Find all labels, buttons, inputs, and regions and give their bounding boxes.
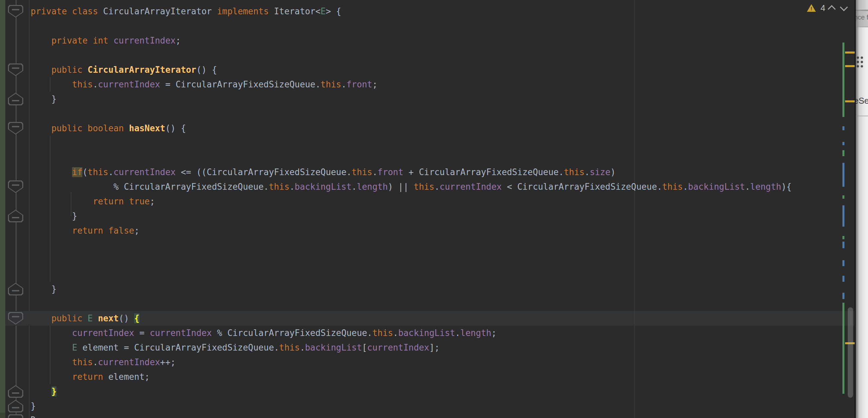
stripe-vcs-added-mark[interactable]	[842, 196, 844, 199]
code-token	[93, 314, 98, 323]
fold-marker-end[interactable]	[8, 283, 23, 295]
code-token: return	[72, 372, 103, 382]
code-line-12[interactable]: % CircularArrayFixedSizeQueue.this.backi…	[10, 179, 792, 194]
code-token: private	[52, 35, 88, 46]
stripe-warning-mark[interactable]	[845, 52, 855, 54]
stripe-warning-mark[interactable]	[845, 65, 855, 67]
code-token	[67, 6, 72, 16]
chevron-down-icon[interactable]	[840, 3, 848, 11]
code-token: implements	[217, 6, 269, 16]
code-line-2[interactable]: private int currentIndex;	[10, 33, 181, 48]
fold-marker-start[interactable]	[8, 414, 23, 418]
warning-triangle-icon[interactable]: !	[807, 4, 816, 12]
stripe-vcs-added-mark[interactable]	[842, 303, 844, 394]
code-token: length	[460, 328, 491, 338]
warning-count: 4	[820, 3, 825, 13]
code-token: size	[590, 167, 610, 177]
code-token: CircularArrayIterator	[98, 6, 217, 16]
code-line-11[interactable]: if(this.currentIndex <= ((CircularArrayF…	[10, 165, 616, 179]
code-token: CircularArrayIterator	[88, 65, 196, 75]
code-token: element = CircularArrayFixedSizeQueue.	[78, 342, 279, 353]
code-token: currentIndex	[72, 328, 134, 338]
code-line-15[interactable]: return false;	[10, 223, 140, 238]
fold-marker-start[interactable]	[8, 5, 23, 18]
stripe-vcs-modified-mark[interactable]	[842, 142, 844, 145]
code-token: public	[52, 314, 83, 323]
stripe-warning-mark[interactable]	[845, 100, 855, 102]
code-line-23[interactable]: E element = CircularArrayFixedSizeQueue.…	[10, 340, 440, 355]
code-token: currentIndex	[98, 80, 160, 89]
code-token: .	[584, 167, 590, 177]
code-token: () {	[165, 123, 186, 133]
code-line-8[interactable]: public boolean hasNext() {	[10, 121, 186, 136]
code-token: backingList	[294, 182, 351, 192]
stripe-vcs-added-mark[interactable]	[842, 42, 844, 117]
code-token: this	[352, 167, 372, 177]
fold-marker-end[interactable]	[8, 385, 23, 398]
code-token	[88, 35, 93, 46]
code-token: .	[434, 182, 440, 192]
code-line-22[interactable]: currentIndex = currentIndex % CircularAr…	[10, 326, 496, 340]
fold-marker-start[interactable]	[8, 180, 23, 193]
stripe-vcs-modified-mark[interactable]	[842, 205, 844, 227]
stripe-vcs-modified-mark[interactable]	[842, 242, 844, 248]
code-token	[10, 372, 72, 382]
code-token: currentIndex	[367, 342, 429, 353]
ide-window: private class CircularArrayIterator impl…	[0, 0, 868, 418]
inspections-widget[interactable]: ! 4	[807, 3, 846, 12]
code-token: this	[72, 80, 93, 89]
fold-marker-end[interactable]	[8, 210, 23, 222]
code-token	[82, 65, 88, 75]
code-line-21[interactable]: public E next() {	[10, 311, 140, 326]
code-line-0[interactable]: private class CircularArrayIterator impl…	[10, 4, 341, 19]
scrollbar-thumb[interactable]	[848, 307, 853, 398]
warning-exclamation: !	[807, 5, 816, 12]
code-token: private	[31, 6, 67, 16]
code-token: false	[108, 226, 134, 236]
fold-marker-end[interactable]	[8, 400, 23, 412]
code-line-13[interactable]: return true;	[10, 194, 155, 209]
code-token: next	[98, 314, 119, 323]
drag-handle-dot[interactable]	[861, 57, 863, 59]
chevron-up-icon[interactable]	[828, 5, 836, 13]
code-token: backingList	[305, 342, 362, 353]
fold-marker-start[interactable]	[8, 63, 23, 76]
drag-handle-dot[interactable]	[861, 61, 863, 63]
code-token: E	[88, 314, 93, 323]
code-token: if	[72, 167, 82, 177]
code-token: this	[279, 342, 300, 353]
code-token: element;	[103, 372, 150, 382]
code-token: ) ||	[388, 182, 414, 192]
code-token: ;	[176, 35, 181, 46]
code-token: .	[300, 342, 305, 353]
code-token: ;	[134, 226, 140, 236]
drag-handle-dot[interactable]	[861, 65, 863, 67]
vcs-stripe-end	[0, 413, 5, 418]
stripe-vcs-modified-mark[interactable]	[842, 163, 844, 187]
stripe-vcs-modified-mark[interactable]	[842, 260, 844, 266]
fold-marker-start[interactable]	[8, 312, 23, 325]
stripe-vcs-added-mark[interactable]	[842, 150, 844, 156]
code-token: currentIndex	[98, 357, 160, 367]
code-token: this	[72, 357, 93, 367]
stripe-vcs-added-mark[interactable]	[842, 236, 844, 239]
code-line-25[interactable]: return element;	[10, 369, 150, 384]
code-token: Iterator<	[269, 6, 320, 16]
stripe-vcs-modified-mark[interactable]	[842, 293, 844, 299]
code-line-5[interactable]: this.currentIndex = CircularArrayFixedSi…	[10, 77, 377, 92]
code-token: ];	[429, 342, 440, 353]
code-token: length	[750, 182, 781, 192]
code-token: public	[52, 123, 83, 133]
stripe-vcs-modified-mark[interactable]	[842, 126, 844, 130]
fold-marker-start[interactable]	[8, 122, 23, 135]
code-token	[10, 197, 93, 206]
code-token: E	[320, 6, 326, 16]
code-line-4[interactable]: public CircularArrayIterator() {	[10, 62, 217, 77]
code-line-24[interactable]: this.currentIndex++;	[10, 355, 176, 369]
right-margin-guide	[634, 0, 635, 418]
code-token: + CircularArrayFixedSizeQueue.	[403, 167, 564, 177]
fold-marker-end[interactable]	[8, 93, 23, 105]
stripe-vcs-modified-mark[interactable]	[842, 276, 844, 282]
vcs-added-stripe	[0, 0, 5, 413]
code-token: this	[414, 182, 434, 192]
